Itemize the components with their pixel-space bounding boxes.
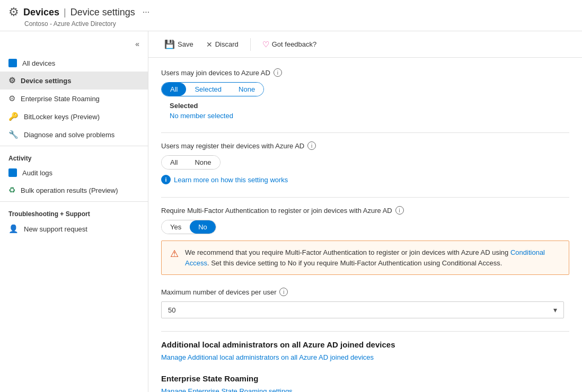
sidebar-item-label: New support request — [24, 225, 87, 233]
feedback-button[interactable]: ♡ Got feedback? — [257, 37, 322, 52]
sidebar-item-bitlocker-keys[interactable]: 🔑 BitLocker keys (Preview) — [0, 108, 148, 126]
discard-label: Discard — [215, 40, 239, 48]
diagnose-icon: 🔧 — [8, 130, 19, 139]
save-icon: 💾 — [164, 39, 175, 49]
audit-logs-icon — [8, 168, 17, 177]
mfa-yes-option[interactable]: Yes — [162, 220, 190, 234]
feedback-label: Got feedback? — [272, 40, 317, 48]
save-button[interactable]: 💾 Save — [159, 37, 199, 52]
warning-text: We recommend that you require Multi-Fact… — [185, 247, 560, 268]
max-devices-dropdown-wrapper: 50 ▾ — [161, 301, 564, 318]
join-devices-toggle-group: All Selected None — [161, 82, 264, 96]
sidebar: « All devices ⚙ Device settings ⚙ Enterp… — [0, 31, 148, 392]
learn-more-link[interactable]: Learn more on how this setting works — [174, 176, 288, 184]
all-devices-icon — [8, 59, 17, 67]
save-label: Save — [178, 40, 193, 48]
discard-button[interactable]: ✕ Discard — [201, 38, 244, 51]
sidebar-item-enterprise-state-roaming[interactable]: ⚙ Enterprise State Roaming — [0, 90, 148, 108]
additional-admins-section: Additional local administrators on all A… — [161, 340, 569, 361]
sidebar-item-label: Diagnose and solve problems — [24, 131, 114, 139]
sidebar-item-label: Enterprise State Roaming — [21, 95, 100, 103]
mfa-toggle-group: Yes No — [161, 220, 216, 234]
mfa-info-icon[interactable]: i — [395, 206, 404, 215]
title-divider: | — [64, 7, 66, 18]
troubleshooting-section-label: Troubleshooting + Support — [0, 201, 148, 220]
bulk-operation-icon: ♻ — [8, 185, 15, 195]
sidebar-item-new-support-request[interactable]: 👤 New support request — [0, 220, 148, 238]
activity-section-label: Activity — [0, 146, 148, 164]
dropdown-arrow-icon: ▾ — [553, 306, 557, 314]
enterprise-roaming-link[interactable]: Manage Enterprise State Roaming settings — [161, 387, 569, 392]
register-devices-toggle-group: All None — [161, 155, 221, 170]
max-devices-setting: Maximum number of devices per user i 50 … — [161, 288, 569, 318]
register-devices-all-option[interactable]: All — [162, 156, 186, 169]
sidebar-item-label: BitLocker keys (Preview) — [24, 113, 100, 121]
feedback-icon: ♡ — [262, 40, 269, 49]
register-devices-label: Users may register their devices with Az… — [161, 141, 569, 150]
mfa-no-option[interactable]: No — [190, 220, 216, 234]
join-devices-selected-option[interactable]: Selected — [186, 83, 230, 96]
page-title: Device settings — [70, 7, 135, 18]
main-content: 💾 Save ✕ Discard ♡ Got feedback? Users m… — [148, 31, 582, 392]
enterprise-roaming-section: Enterprise State Roaming Manage Enterpri… — [161, 374, 569, 392]
header-ellipsis[interactable]: ··· — [143, 7, 149, 17]
sidebar-collapse-area: « — [0, 35, 148, 55]
support-request-icon: 👤 — [8, 224, 19, 234]
sidebar-item-label: Bulk operation results (Preview) — [21, 186, 118, 194]
warning-text-middle: . Set this device setting to No if you r… — [207, 259, 502, 267]
register-devices-none-option[interactable]: None — [186, 156, 219, 169]
sidebar-item-label: All devices — [22, 59, 55, 67]
register-devices-setting: Users may register their devices with Az… — [161, 141, 569, 184]
section-divider-2 — [161, 197, 569, 198]
enterprise-roaming-heading: Enterprise State Roaming — [161, 374, 569, 383]
sidebar-item-label: Device settings — [21, 77, 71, 85]
learn-more-icon: i — [161, 175, 171, 184]
register-devices-info-icon[interactable]: i — [307, 141, 316, 150]
learn-more-link-area: i Learn more on how this setting works — [161, 175, 569, 184]
sidebar-item-diagnose[interactable]: 🔧 Diagnose and solve problems — [0, 126, 148, 144]
collapse-button[interactable]: « — [133, 38, 142, 50]
no-member-selected[interactable]: No member selected — [170, 112, 569, 120]
sidebar-item-label: Audit logs — [22, 169, 52, 177]
discard-icon: ✕ — [206, 40, 213, 49]
mfa-label: Require Multi-Factor Authentication to r… — [161, 206, 569, 215]
join-devices-all-option[interactable]: All — [162, 83, 186, 96]
toolbar-separator — [250, 38, 251, 51]
max-devices-value: 50 — [168, 306, 175, 314]
max-devices-label: Maximum number of devices per user i — [161, 288, 569, 296]
header: ⚙ Devices | Device settings ··· Contoso … — [0, 0, 582, 31]
mfa-warning-box: ⚠ We recommend that you require Multi-Fa… — [161, 240, 569, 275]
section-divider-1 — [161, 132, 569, 133]
additional-admins-heading: Additional local administrators on all A… — [161, 340, 569, 349]
sidebar-item-device-settings[interactable]: ⚙ Device settings — [0, 72, 148, 90]
join-devices-none-option[interactable]: None — [230, 83, 263, 96]
device-settings-icon: ⚙ — [8, 76, 15, 85]
max-devices-info-icon[interactable]: i — [279, 288, 288, 296]
org-name: Contoso - Azure Active Directory — [24, 20, 574, 28]
toolbar: 💾 Save ✕ Discard ♡ Got feedback? — [148, 31, 582, 58]
join-devices-label: Users may join devices to Azure AD i — [161, 68, 569, 77]
enterprise-roaming-icon: ⚙ — [8, 94, 15, 103]
join-devices-info-icon[interactable]: i — [274, 68, 282, 77]
join-devices-setting: Users may join devices to Azure AD i All… — [161, 68, 569, 120]
app-title: Devices — [23, 7, 59, 18]
warning-text-before: We recommend that you require Multi-Fact… — [185, 248, 510, 256]
section-divider-3 — [161, 331, 569, 332]
bitlocker-icon: 🔑 — [8, 112, 19, 121]
settings-content: Users may join devices to Azure AD i All… — [148, 58, 582, 392]
warning-icon: ⚠ — [170, 248, 179, 268]
mfa-setting: Require Multi-Factor Authentication to r… — [161, 206, 569, 275]
max-devices-dropdown[interactable]: 50 ▾ — [161, 301, 564, 318]
sidebar-item-all-devices[interactable]: All devices — [0, 55, 148, 72]
app-icon: ⚙ — [8, 5, 19, 19]
sidebar-item-bulk-operation[interactable]: ♻ Bulk operation results (Preview) — [0, 181, 148, 199]
sidebar-item-audit-logs[interactable]: Audit logs — [0, 164, 148, 181]
additional-admins-link[interactable]: Manage Additional local administrators o… — [161, 353, 569, 361]
selected-label: Selected — [170, 102, 569, 110]
